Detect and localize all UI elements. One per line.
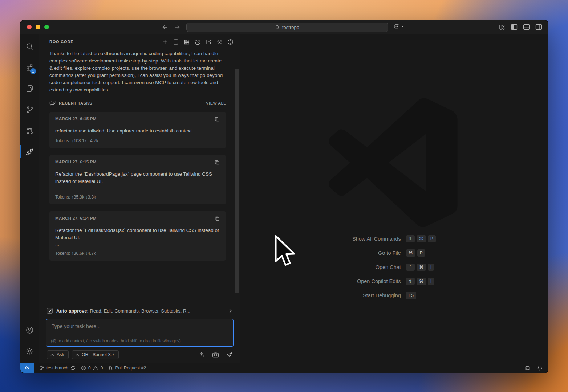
gear-icon — [25, 347, 34, 355]
model-select-value: OR - Sonnet 3.7 — [82, 352, 114, 357]
auto-approve-checkbox[interactable] — [47, 308, 53, 314]
minimize-window-button[interactable] — [36, 25, 40, 29]
task-input-hint: (@ to add context, / to switch modes, ho… — [51, 339, 180, 343]
extensions-badge: 1 — [30, 68, 36, 74]
status-bar: test-branch 0 0 Pull Request #2 — [20, 363, 548, 373]
task-date: MARCH 27, 6:15 PM — [55, 160, 97, 164]
task-tokens: Tokens: ↑108.1k ↓4.7k — [55, 138, 220, 143]
rocket-icon — [25, 148, 34, 156]
key-chip: F5 — [406, 292, 416, 299]
activity-bar: 1 — [20, 34, 39, 363]
recent-tasks-label: RECENT TASKS — [59, 101, 92, 105]
key-chip: I — [428, 278, 434, 285]
vscode-logo-watermark — [329, 98, 459, 227]
customize-layout-icon[interactable] — [499, 24, 505, 30]
activity-roo-code[interactable] — [20, 142, 39, 161]
task-tokens: Tokens: ↑35.3k ↓3.3k — [55, 195, 220, 200]
files-icon — [26, 85, 34, 93]
errors-icon — [81, 366, 86, 371]
chevron-up-icon — [50, 354, 54, 356]
close-window-button[interactable] — [27, 25, 32, 29]
copy-icon[interactable] — [215, 117, 220, 122]
branch-icon — [40, 366, 44, 371]
auto-approve-row[interactable]: Auto-approve: Read, Edit, Commands, Brow… — [47, 305, 233, 316]
remote-indicator[interactable] — [20, 363, 34, 373]
task-text: Refactor the `DashboardPage.jsx` page co… — [55, 171, 220, 185]
pull-request-icon — [26, 127, 34, 135]
task-text: Refactor the `EditTaskModal.jsx` compone… — [55, 227, 220, 241]
activity-explorer[interactable] — [20, 79, 39, 98]
activity-extensions[interactable]: 1 — [20, 58, 39, 77]
chevron-right-icon[interactable] — [228, 309, 233, 313]
panel-body: Thanks to the latest breakthroughs in ag… — [39, 49, 240, 304]
panel-scrollbar[interactable] — [235, 69, 239, 293]
task-input[interactable]: Type your task here... (@ to add context… — [46, 319, 234, 347]
task-ellipsis: ... — [55, 241, 220, 247]
activity-pull-requests[interactable] — [20, 121, 39, 140]
toggle-secondary-sidebar-icon[interactable] — [535, 24, 542, 30]
auto-approve-label: Auto-approve: — [56, 308, 89, 314]
pull-request-label: Pull Request #2 — [115, 366, 146, 371]
task-date: MARCH 27, 6:15 PM — [55, 117, 97, 121]
welcome-text: Thanks to the latest breakthroughs in ag… — [49, 50, 226, 94]
warnings-count: 0 — [101, 366, 103, 371]
maximize-window-button[interactable] — [44, 25, 49, 29]
key-chip: ⇧ — [406, 278, 415, 285]
panel-header: ROO CODE — [39, 34, 240, 49]
copy-icon[interactable] — [215, 216, 220, 221]
shortcut-label: Open Chat — [376, 264, 401, 270]
search-icon — [26, 42, 34, 50]
forward-arrow-icon[interactable] — [174, 24, 180, 30]
activity-source-control[interactable] — [20, 100, 39, 119]
toggle-panel-icon[interactable] — [523, 24, 530, 30]
key-chip: ⇧ — [406, 235, 415, 242]
model-select[interactable]: OR - Sonnet 3.7 — [72, 350, 119, 359]
task-tokens: Tokens: ↑36.6k ↓4.7k — [55, 251, 220, 256]
pull-request-status[interactable]: Pull Request #2 — [108, 366, 146, 371]
activity-accounts[interactable] — [20, 320, 39, 339]
task-date: MARCH 27, 6:14 PM — [55, 216, 97, 220]
activity-search[interactable] — [20, 37, 39, 56]
shortcut-label: Go to File — [378, 250, 401, 256]
prompts-icon[interactable] — [173, 39, 179, 45]
enhance-prompt-icon[interactable] — [199, 351, 205, 358]
mcp-servers-icon[interactable] — [184, 39, 190, 45]
open-in-editor-icon[interactable] — [206, 39, 212, 45]
back-arrow-icon[interactable] — [162, 24, 168, 30]
history-icon[interactable] — [195, 39, 201, 45]
key-chip: I — [428, 264, 434, 271]
camera-icon[interactable] — [212, 352, 219, 358]
copy-icon[interactable] — [215, 160, 220, 165]
new-task-icon[interactable] — [162, 39, 168, 45]
settings-icon[interactable] — [216, 39, 223, 45]
problems-status[interactable]: 0 0 — [81, 366, 103, 371]
task-card[interactable]: MARCH 27, 6:15 PM refactor to use tailwi… — [49, 112, 226, 148]
task-card[interactable]: MARCH 27, 6:14 PM Refactor the `EditTask… — [49, 211, 226, 261]
mode-select[interactable]: Ask — [47, 350, 69, 359]
task-input-placeholder: Type your task here... — [52, 323, 101, 329]
panel-footer: Auto-approve: Read, Edit, Commands, Brow… — [39, 304, 240, 363]
copilot-menu-button[interactable] — [393, 23, 404, 30]
chevron-up-icon — [76, 354, 79, 356]
recent-tasks-header: RECENT TASKS VIEW ALL — [49, 100, 226, 106]
help-icon[interactable] — [227, 39, 234, 45]
branch-status[interactable]: test-branch — [40, 366, 76, 371]
account-icon — [25, 326, 34, 334]
activity-settings[interactable] — [20, 342, 39, 360]
sync-icon — [70, 366, 76, 371]
titlebar: testrepo — [20, 20, 548, 34]
pull-request-icon — [108, 366, 113, 371]
toggle-primary-sidebar-icon[interactable] — [511, 24, 518, 30]
task-card[interactable]: MARCH 27, 6:15 PM Refactor the `Dashboar… — [49, 155, 226, 204]
view-all-link[interactable]: VIEW ALL — [206, 101, 226, 105]
comment-discussion-icon — [49, 100, 56, 106]
command-center-search[interactable]: testrepo — [186, 23, 388, 32]
warnings-icon — [93, 366, 98, 371]
auto-approve-value: Read, Edit, Commands, Browser, Subtasks,… — [90, 308, 190, 314]
mode-select-value: Ask — [57, 352, 64, 357]
send-icon[interactable] — [226, 352, 233, 358]
notifications-bell-icon[interactable] — [537, 365, 543, 371]
key-chip: ⌘ — [417, 278, 426, 285]
copilot-status-icon[interactable] — [524, 365, 531, 371]
key-chip: P — [417, 249, 425, 257]
